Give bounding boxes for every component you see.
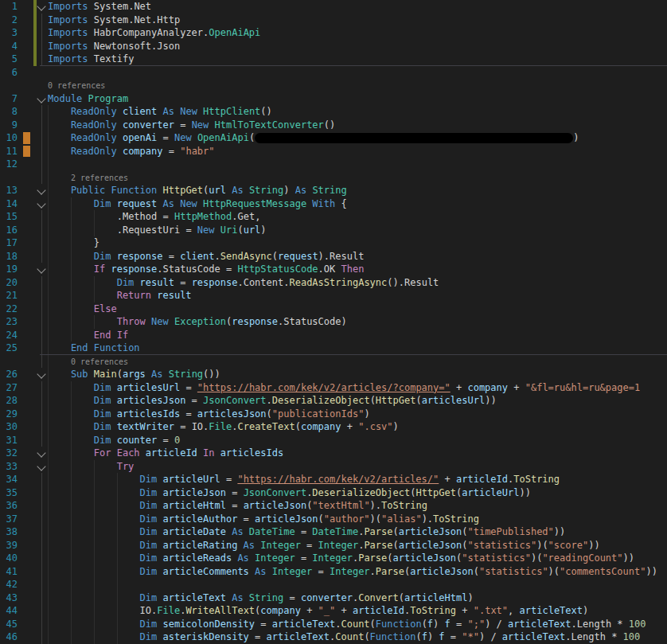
codelens-row[interactable]: 0 references (0, 355, 667, 369)
code-line[interactable]: 19If response.StatusCode = HttpStatusCod… (0, 263, 667, 276)
line-number[interactable]: 12 (0, 158, 18, 171)
line-number[interactable]: 33 (0, 460, 18, 474)
line-number[interactable]: 30 (0, 420, 18, 434)
line-number[interactable]: 34 (0, 473, 18, 486)
code-line[interactable]: 32For Each articleId In articlesIds (0, 447, 667, 460)
line-number[interactable]: 21 (0, 289, 18, 302)
fold-chevron-icon[interactable] (37, 369, 45, 378)
line-number[interactable]: 19 (0, 263, 18, 276)
fold-chevron-icon[interactable] (37, 264, 45, 273)
line-number[interactable]: 20 (0, 276, 18, 290)
code-line[interactable]: 13Public Function HttpGet(url As String)… (0, 184, 667, 197)
code-line[interactable]: 28Dim articlesJson = JsonConvert.Deseria… (0, 394, 667, 408)
line-number[interactable]: 32 (0, 447, 18, 460)
line-number[interactable]: 24 (0, 329, 18, 342)
code-line[interactable]: 29Dim articlesIds = articlesJson("public… (0, 408, 667, 421)
code-line[interactable]: 35Dim articleJson = JsonConvert.Deserial… (0, 486, 667, 500)
line-number[interactable]: 3 (0, 26, 18, 40)
line-number[interactable]: 17 (0, 236, 18, 250)
code-line[interactable]: 12 (0, 158, 667, 171)
codelens-row[interactable]: 2 references (0, 171, 667, 185)
code-line[interactable]: 40Dim articleReads As Integer = Integer.… (0, 552, 667, 565)
code-line[interactable]: 14Dim request As New HttpRequestMessage … (0, 197, 667, 211)
line-number[interactable]: 40 (0, 552, 18, 565)
code-line[interactable]: 42 (0, 578, 667, 591)
fold-chevron-icon[interactable] (37, 448, 45, 457)
line-number[interactable]: 16 (0, 224, 18, 237)
line-number[interactable]: 37 (0, 513, 18, 526)
line-number[interactable]: 5 (0, 53, 18, 66)
code-line[interactable]: 33Try (0, 460, 667, 474)
code-line[interactable]: 16.RequestUri = New Uri(url) (0, 224, 667, 237)
code-line[interactable]: 3Imports HabrCompanyAnalyzer.OpenAiApi (0, 26, 667, 40)
line-number[interactable]: 11 (0, 145, 18, 158)
code-line[interactable]: 7Module Program (0, 92, 667, 106)
line-number[interactable]: 44 (0, 604, 18, 618)
fold-chevron-icon[interactable] (37, 94, 45, 103)
code-line[interactable]: 22Else (0, 302, 667, 316)
code-line[interactable]: 11ReadOnly company = "habr" (0, 145, 667, 158)
code-line[interactable]: 36Dim articleHtml = articleJson("textHtm… (0, 499, 667, 513)
line-number[interactable]: 36 (0, 499, 18, 513)
fold-chevron-icon[interactable] (37, 462, 45, 470)
line-number[interactable]: 22 (0, 302, 18, 316)
code-line[interactable]: 41Dim articleComments As Integer = Integ… (0, 565, 667, 579)
line-number[interactable]: 10 (0, 131, 18, 145)
code-line[interactable]: 30Dim textWriter = IO.File.CreateText(co… (0, 420, 667, 434)
line-number[interactable]: 31 (0, 434, 18, 447)
line-number[interactable]: 35 (0, 486, 18, 500)
code-line[interactable]: 44IO.File.WriteAllText(company + "_" + a… (0, 604, 667, 618)
fold-chevron-icon[interactable] (37, 185, 45, 194)
code-line[interactable]: 45Dim semicolonDensity = articleText.Cou… (0, 618, 667, 631)
line-number[interactable]: 7 (0, 92, 18, 106)
code-line[interactable]: 10ReadOnly openAi = New OpenAiApi() (0, 131, 667, 145)
code-line[interactable]: 27Dim articlesUrl = "https://habr.com/ke… (0, 381, 667, 395)
line-number[interactable]: 9 (0, 119, 18, 132)
line-number[interactable]: 13 (0, 184, 18, 197)
code-line[interactable]: 21Return result (0, 289, 667, 302)
code-line[interactable]: 23Throw New Exception(response.StatusCod… (0, 315, 667, 329)
line-number[interactable]: 2 (0, 14, 18, 27)
line-number[interactable]: 41 (0, 565, 18, 579)
line-number[interactable]: 4 (0, 40, 18, 53)
code-line[interactable]: 4Imports Newtonsoft.Json (0, 40, 667, 53)
code-line[interactable]: 17} (0, 236, 667, 250)
line-number[interactable]: 38 (0, 525, 18, 539)
line-number[interactable]: 14 (0, 197, 18, 211)
line-number[interactable]: 27 (0, 381, 18, 395)
line-number[interactable]: 18 (0, 250, 18, 263)
line-number[interactable]: 45 (0, 618, 18, 631)
line-number[interactable]: 28 (0, 394, 18, 408)
line-number[interactable]: 1 (0, 0, 18, 14)
line-number[interactable]: 6 (0, 66, 18, 80)
code-line[interactable]: 26Sub Main(args As String()) (0, 368, 667, 381)
line-number[interactable]: 8 (0, 105, 18, 119)
codelens-row[interactable]: 0 references (0, 79, 667, 92)
code-line[interactable]: 24End If (0, 329, 667, 342)
code-line[interactable]: 2Imports System.Net.Http (0, 14, 667, 27)
line-number[interactable]: 29 (0, 408, 18, 421)
code-line[interactable]: 15.Method = HttpMethod.Get, (0, 210, 667, 224)
code-line[interactable]: 5Imports Textify (0, 53, 667, 66)
code-line[interactable]: 1Imports System.Net (0, 0, 667, 14)
code-line[interactable]: 20Dim result = response.Content.ReadAsSt… (0, 276, 667, 290)
code-line[interactable]: 25End Function (0, 342, 667, 355)
code-line[interactable]: 8ReadOnly client As New HttpClient() (0, 105, 667, 119)
line-number[interactable]: 46 (0, 630, 18, 644)
line-number[interactable]: 26 (0, 368, 18, 381)
line-number[interactable]: 39 (0, 539, 18, 552)
line-number[interactable]: 15 (0, 210, 18, 224)
code-line[interactable]: 18Dim response = client.SendAsync(reques… (0, 250, 667, 263)
line-number[interactable]: 42 (0, 578, 18, 591)
code-line[interactable]: 43Dim articleText As String = converter.… (0, 591, 667, 605)
code-line[interactable]: 9ReadOnly converter = New HtmlToTextConv… (0, 119, 667, 132)
code-editor[interactable]: 1Imports System.Net2Imports System.Net.H… (0, 0, 667, 644)
line-number[interactable]: 25 (0, 342, 18, 355)
code-line[interactable]: 46Dim asteriskDensity = articleText.Coun… (0, 630, 667, 644)
line-number[interactable]: 23 (0, 315, 18, 329)
code-line[interactable]: 39Dim articleRating As Integer = Integer… (0, 539, 667, 552)
code-line[interactable]: 34Dim articleUrl = "https://habr.com/kek… (0, 473, 667, 486)
line-number[interactable]: 43 (0, 591, 18, 605)
codelens-references-link[interactable]: 0 references (71, 357, 128, 366)
code-line[interactable]: 31Dim counter = 0 (0, 434, 667, 447)
